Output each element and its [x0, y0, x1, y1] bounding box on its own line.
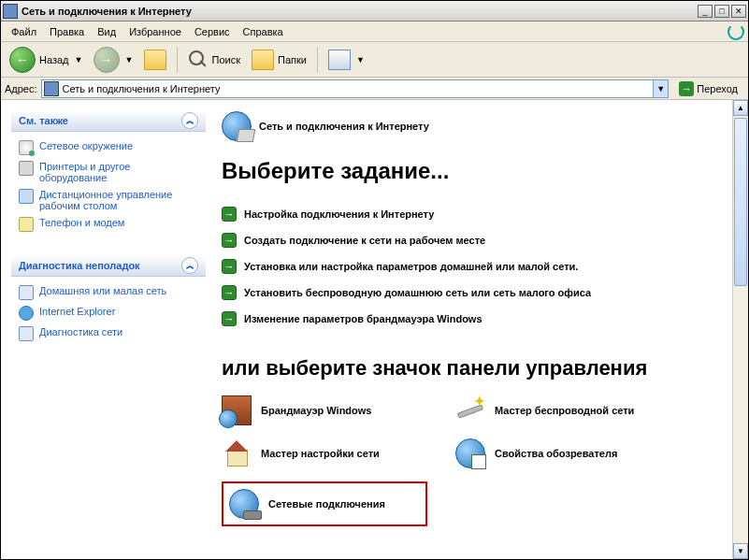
panel-title: См. также	[19, 115, 68, 126]
phone-modem-icon	[19, 217, 34, 232]
maximize-button[interactable]: □	[714, 5, 729, 18]
throbber-icon	[727, 23, 744, 40]
task-workplace-connection[interactable]: → Создать подключение к сети на рабочем …	[222, 227, 729, 253]
network-diag-icon	[19, 326, 34, 341]
forward-icon: →	[94, 47, 120, 73]
chevron-up-icon[interactable]: ︽	[181, 112, 198, 129]
back-label: Назад	[39, 54, 69, 65]
cp-item-label: Сетевые подключения	[268, 498, 385, 510]
sidebar-item-label: Дистанционное управление рабочим столом	[39, 189, 198, 211]
minimize-button[interactable]: _	[698, 5, 713, 18]
menu-file[interactable]: Файл	[5, 23, 43, 40]
title-bar: Сеть и подключения к Интернету _ □ ✕	[1, 1, 748, 22]
chevron-down-icon[interactable]: ▼	[354, 55, 364, 65]
task-label: Изменение параметров брандмауэра Windows	[244, 313, 483, 324]
scroll-down-button[interactable]: ▼	[733, 543, 748, 559]
search-button[interactable]: Поиск	[183, 47, 245, 73]
menu-tools[interactable]: Сервис	[188, 23, 237, 40]
task-label: Установить беспроводную домашнюю сеть ил…	[244, 287, 591, 298]
folders-button[interactable]: Папки	[247, 47, 311, 73]
sidebar-item-label: Домашняя или малая сеть	[39, 285, 166, 296]
firewall-icon	[222, 395, 252, 425]
category-icon	[222, 111, 252, 141]
task-arrow-icon: →	[222, 285, 237, 300]
panel-list: Домашняя или малая сеть Internet Explore…	[11, 277, 206, 350]
task-wireless-network[interactable]: → Установить беспроводную домашнюю сеть …	[222, 280, 729, 306]
cp-item-label: Свойства обозревателя	[495, 448, 617, 459]
panel-list: Сетевое окружение Принтеры и другое обор…	[11, 132, 206, 240]
close-button[interactable]: ✕	[731, 5, 746, 18]
network-setup-wizard-icon	[222, 438, 252, 468]
cp-item-network-setup-wizard[interactable]: Мастер настройки сети	[222, 438, 427, 468]
views-button[interactable]: ▼	[324, 47, 368, 73]
toolbar: ← Назад ▼ → ▼ Поиск Папки ▼	[1, 42, 748, 78]
sidebar-item-ie[interactable]: Internet Explorer	[19, 303, 198, 323]
sidebar-item-label: Телефон и модем	[39, 217, 124, 228]
go-arrow-icon: →	[679, 81, 694, 96]
toolbar-separator	[177, 47, 178, 73]
address-label: Адрес:	[5, 83, 37, 94]
scroll-thumb[interactable]	[734, 118, 747, 286]
internet-options-icon	[455, 438, 485, 468]
folders-label: Папки	[278, 54, 307, 65]
search-label: Поиск	[212, 54, 240, 65]
cp-item-network-connections[interactable]: Сетевые подключения	[222, 481, 427, 526]
home-network-icon	[19, 285, 34, 300]
task-home-network[interactable]: → Установка или настройка параметров дом…	[222, 253, 729, 280]
sidebar-item-remote-desktop[interactable]: Дистанционное управление рабочим столом	[19, 186, 198, 214]
window-icon	[3, 4, 18, 19]
address-value: Сеть и подключения к Интернету	[63, 83, 221, 94]
back-icon: ←	[9, 47, 36, 73]
sidebar-item-phone-modem[interactable]: Телефон и модем	[19, 214, 198, 235]
menu-favorites[interactable]: Избранное	[122, 23, 188, 40]
chevron-down-icon[interactable]: ▼	[73, 55, 82, 65]
panel-troubleshoot: Диагностика неполадок ︽ Домашняя или мал…	[10, 254, 207, 351]
task-arrow-icon: →	[222, 207, 237, 222]
printer-icon	[19, 161, 34, 176]
back-button[interactable]: ← Назад ▼	[5, 44, 87, 76]
sidebar-item-home-network[interactable]: Домашняя или малая сеть	[19, 282, 198, 303]
address-dropdown[interactable]: ▼	[654, 79, 669, 98]
wireless-wizard-icon	[455, 395, 485, 425]
cp-item-label: Мастер беспроводной сети	[495, 405, 634, 416]
cp-item-label: Брандмауэр Windows	[261, 405, 371, 416]
scroll-up-button[interactable]: ▲	[733, 100, 748, 116]
sidebar-item-printers[interactable]: Принтеры и другое оборудование	[19, 158, 198, 186]
sidebar-item-label: Диагностика сети	[39, 326, 122, 337]
sidebar: См. также ︽ Сетевое окружение Принтеры и…	[1, 100, 216, 559]
main-pane: Сеть и подключения к Интернету Выберите …	[216, 100, 748, 559]
window-title: Сеть и подключения к Интернету	[22, 6, 192, 17]
breadcrumb-text: Сеть и подключения к Интернету	[259, 121, 429, 132]
search-icon	[188, 50, 209, 70]
sidebar-item-network-places[interactable]: Сетевое окружение	[19, 137, 198, 158]
cp-item-internet-options[interactable]: Свойства обозревателя	[455, 438, 661, 468]
chevron-down-icon[interactable]: ▼	[123, 55, 133, 65]
views-icon	[328, 50, 351, 70]
up-button[interactable]	[139, 47, 171, 73]
chevron-up-icon[interactable]: ︽	[181, 257, 198, 274]
menu-edit[interactable]: Правка	[43, 23, 91, 40]
menu-view[interactable]: Вид	[91, 23, 122, 40]
go-button[interactable]: → Переход	[672, 79, 744, 99]
heading-cp-icons: или выберите значок панели управления	[222, 356, 729, 381]
address-input[interactable]: Сеть и подключения к Интернету	[41, 79, 655, 98]
vertical-scrollbar[interactable]: ▲ ▼	[732, 100, 748, 559]
panel-header[interactable]: Диагностика неполадок ︽	[11, 255, 206, 277]
cp-item-wireless-wizard[interactable]: Мастер беспроводной сети	[455, 395, 661, 425]
ie-icon	[19, 306, 34, 321]
menu-help[interactable]: Справка	[237, 23, 290, 40]
task-setup-internet[interactable]: → Настройка подключения к Интернету	[222, 201, 729, 227]
forward-button[interactable]: → ▼	[89, 44, 137, 76]
panel-header[interactable]: См. также ︽	[11, 110, 206, 132]
heading-tasks: Выберите задание...	[222, 158, 729, 184]
folder-up-icon	[144, 50, 166, 70]
sidebar-item-network-diag[interactable]: Диагностика сети	[19, 323, 198, 344]
toolbar-separator	[317, 47, 318, 73]
address-icon	[44, 81, 59, 96]
address-bar: Адрес: Сеть и подключения к Интернету ▼ …	[1, 78, 748, 100]
control-panel-grid: Брандмауэр Windows Мастер беспроводной с…	[222, 395, 729, 526]
task-firewall[interactable]: → Изменение параметров брандмауэра Windo…	[222, 306, 729, 332]
cp-item-label: Мастер настройки сети	[261, 448, 380, 459]
cp-item-firewall[interactable]: Брандмауэр Windows	[222, 395, 427, 425]
content-area: См. также ︽ Сетевое окружение Принтеры и…	[1, 100, 748, 559]
